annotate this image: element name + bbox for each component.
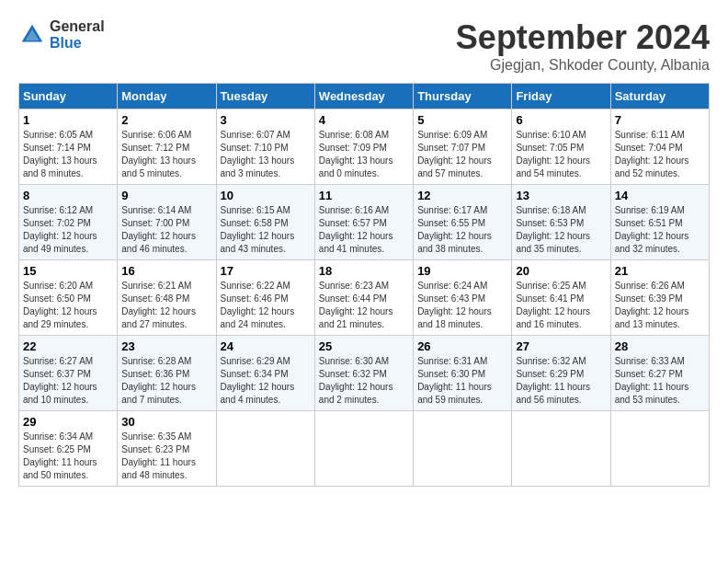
calendar-day: 28Sunrise: 6:33 AMSunset: 6:27 PMDayligh… — [610, 336, 709, 411]
day-detail: Sunrise: 6:20 AMSunset: 6:50 PMDaylight:… — [23, 280, 113, 331]
calendar-day: 4Sunrise: 6:08 AMSunset: 7:09 PMDaylight… — [314, 109, 413, 185]
day-header-wednesday: Wednesday — [314, 84, 413, 109]
calendar-day: 24Sunrise: 6:29 AMSunset: 6:34 PMDayligh… — [216, 336, 314, 411]
calendar-day: 5Sunrise: 6:09 AMSunset: 7:07 PMDaylight… — [414, 109, 512, 185]
calendar-table: SundayMondayTuesdayWednesdayThursdayFrid… — [18, 83, 710, 487]
day-number: 8 — [23, 189, 113, 202]
day-number: 14 — [615, 189, 705, 202]
day-header-friday: Friday — [512, 84, 610, 109]
day-number: 24 — [221, 339, 311, 353]
day-detail: Sunrise: 6:06 AMSunset: 7:12 PMDaylight:… — [121, 129, 211, 180]
calendar-day: 2Sunrise: 6:06 AMSunset: 7:12 PMDaylight… — [118, 109, 216, 185]
calendar-day: 23Sunrise: 6:28 AMSunset: 6:36 PMDayligh… — [118, 336, 216, 411]
day-detail: Sunrise: 6:34 AMSunset: 6:25 PMDaylight:… — [23, 431, 113, 482]
day-number: 10 — [221, 189, 311, 202]
day-detail: Sunrise: 6:14 AMSunset: 7:00 PMDaylight:… — [121, 204, 211, 256]
calendar-day: 26Sunrise: 6:31 AMSunset: 6:30 PMDayligh… — [414, 336, 512, 411]
calendar-day: 14Sunrise: 6:19 AMSunset: 6:51 PMDayligh… — [610, 185, 709, 260]
calendar-day — [610, 411, 709, 487]
logo-icon — [18, 21, 46, 49]
day-number: 13 — [516, 189, 606, 202]
calendar-day — [414, 411, 512, 487]
day-number: 27 — [516, 339, 606, 353]
day-detail: Sunrise: 6:32 AMSunset: 6:29 PMDaylight:… — [516, 355, 606, 407]
day-detail: Sunrise: 6:30 AMSunset: 6:32 PMDaylight:… — [319, 355, 409, 407]
calendar-day — [216, 411, 314, 487]
day-number: 22 — [23, 339, 113, 353]
day-header-monday: Monday — [118, 84, 216, 109]
day-detail: Sunrise: 6:07 AMSunset: 7:10 PMDaylight:… — [221, 129, 311, 180]
day-number: 30 — [121, 415, 211, 429]
calendar-day: 18Sunrise: 6:23 AMSunset: 6:44 PMDayligh… — [314, 260, 413, 336]
calendar-day: 8Sunrise: 6:12 AMSunset: 7:02 PMDaylight… — [19, 185, 118, 260]
logo-general-text: General — [50, 18, 105, 34]
day-detail: Sunrise: 6:05 AMSunset: 7:14 PMDaylight:… — [23, 129, 113, 180]
day-number: 21 — [615, 264, 705, 278]
day-detail: Sunrise: 6:27 AMSunset: 6:37 PMDaylight:… — [23, 355, 113, 407]
logo: General Blue — [18, 18, 105, 52]
logo-blue-text: Blue — [50, 35, 82, 51]
calendar-day: 1Sunrise: 6:05 AMSunset: 7:14 PMDaylight… — [19, 109, 118, 185]
day-number: 23 — [121, 339, 211, 353]
day-header-tuesday: Tuesday — [216, 84, 314, 109]
calendar-day — [512, 411, 610, 487]
day-number: 11 — [319, 189, 409, 202]
day-detail: Sunrise: 6:26 AMSunset: 6:39 PMDaylight:… — [615, 280, 705, 331]
day-detail: Sunrise: 6:33 AMSunset: 6:27 PMDaylight:… — [615, 355, 705, 407]
calendar-day: 22Sunrise: 6:27 AMSunset: 6:37 PMDayligh… — [19, 336, 118, 411]
day-detail: Sunrise: 6:22 AMSunset: 6:46 PMDaylight:… — [221, 280, 311, 331]
day-detail: Sunrise: 6:29 AMSunset: 6:34 PMDaylight:… — [221, 355, 311, 407]
calendar-day: 15Sunrise: 6:20 AMSunset: 6:50 PMDayligh… — [19, 260, 118, 336]
day-header-thursday: Thursday — [414, 84, 512, 109]
day-number: 3 — [221, 113, 311, 127]
location-subtitle: Gjegjan, Shkoder County, Albania — [456, 57, 710, 74]
day-detail: Sunrise: 6:25 AMSunset: 6:41 PMDaylight:… — [516, 280, 606, 331]
day-detail: Sunrise: 6:23 AMSunset: 6:44 PMDaylight:… — [319, 280, 409, 331]
day-detail: Sunrise: 6:09 AMSunset: 7:07 PMDaylight:… — [417, 129, 507, 180]
calendar-day: 10Sunrise: 6:15 AMSunset: 6:58 PMDayligh… — [216, 185, 314, 260]
day-number: 9 — [121, 189, 211, 202]
calendar-day: 17Sunrise: 6:22 AMSunset: 6:46 PMDayligh… — [216, 260, 314, 336]
calendar-day: 19Sunrise: 6:24 AMSunset: 6:43 PMDayligh… — [414, 260, 512, 336]
day-detail: Sunrise: 6:10 AMSunset: 7:05 PMDaylight:… — [516, 129, 606, 180]
calendar-week-row: 8Sunrise: 6:12 AMSunset: 7:02 PMDaylight… — [19, 185, 710, 260]
day-number: 25 — [319, 339, 409, 353]
calendar-day: 20Sunrise: 6:25 AMSunset: 6:41 PMDayligh… — [512, 260, 610, 336]
day-number: 17 — [221, 264, 311, 278]
calendar-day: 16Sunrise: 6:21 AMSunset: 6:48 PMDayligh… — [118, 260, 216, 336]
day-detail: Sunrise: 6:17 AMSunset: 6:55 PMDaylight:… — [417, 204, 507, 256]
day-number: 2 — [121, 113, 211, 127]
day-number: 12 — [417, 189, 507, 202]
day-number: 19 — [417, 264, 507, 278]
day-detail: Sunrise: 6:08 AMSunset: 7:09 PMDaylight:… — [319, 129, 409, 180]
calendar-day: 9Sunrise: 6:14 AMSunset: 7:00 PMDaylight… — [118, 185, 216, 260]
calendar-day: 30Sunrise: 6:35 AMSunset: 6:23 PMDayligh… — [118, 411, 216, 487]
calendar-day: 12Sunrise: 6:17 AMSunset: 6:55 PMDayligh… — [414, 185, 512, 260]
calendar-day: 29Sunrise: 6:34 AMSunset: 6:25 PMDayligh… — [19, 411, 118, 487]
day-detail: Sunrise: 6:12 AMSunset: 7:02 PMDaylight:… — [23, 204, 113, 256]
day-number: 4 — [319, 113, 409, 127]
day-number: 28 — [615, 339, 705, 353]
calendar-week-row: 1Sunrise: 6:05 AMSunset: 7:14 PMDaylight… — [19, 109, 710, 185]
day-detail: Sunrise: 6:24 AMSunset: 6:43 PMDaylight:… — [417, 280, 507, 331]
day-detail: Sunrise: 6:35 AMSunset: 6:23 PMDaylight:… — [121, 431, 211, 482]
calendar-day: 6Sunrise: 6:10 AMSunset: 7:05 PMDaylight… — [512, 109, 610, 185]
calendar-day: 7Sunrise: 6:11 AMSunset: 7:04 PMDaylight… — [610, 109, 709, 185]
title-block: September 2024 Gjegjan, Shkoder County, … — [456, 18, 710, 74]
day-number: 5 — [417, 113, 507, 127]
calendar-header-row: SundayMondayTuesdayWednesdayThursdayFrid… — [19, 84, 710, 109]
calendar-day — [314, 411, 413, 487]
day-detail: Sunrise: 6:28 AMSunset: 6:36 PMDaylight:… — [121, 355, 211, 407]
calendar-day: 3Sunrise: 6:07 AMSunset: 7:10 PMDaylight… — [216, 109, 314, 185]
day-detail: Sunrise: 6:19 AMSunset: 6:51 PMDaylight:… — [615, 204, 705, 256]
month-title: September 2024 — [456, 18, 710, 57]
day-number: 1 — [23, 113, 113, 127]
day-number: 29 — [23, 415, 113, 429]
day-number: 7 — [615, 113, 705, 127]
day-number: 16 — [121, 264, 211, 278]
day-detail: Sunrise: 6:11 AMSunset: 7:04 PMDaylight:… — [615, 129, 705, 180]
day-number: 20 — [516, 264, 606, 278]
calendar-week-row: 15Sunrise: 6:20 AMSunset: 6:50 PMDayligh… — [19, 260, 710, 336]
day-header-sunday: Sunday — [19, 84, 118, 109]
calendar-week-row: 29Sunrise: 6:34 AMSunset: 6:25 PMDayligh… — [19, 411, 710, 487]
